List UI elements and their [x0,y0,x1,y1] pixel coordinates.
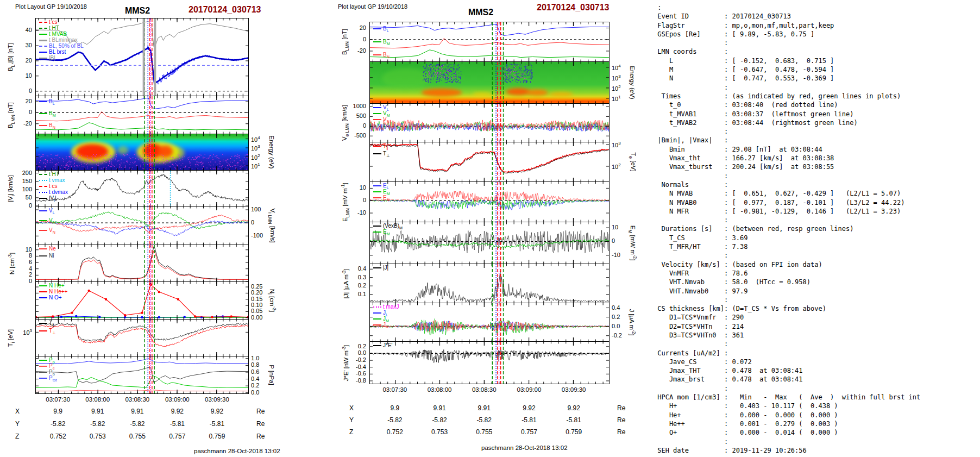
legend-entry: T⊥ [39,328,55,336]
panel-jdote [369,341,610,384]
y-tick-label: 0.25 [251,283,262,290]
y-tick-label: 0.2 [612,314,620,320]
table-row-label: Y [15,420,20,428]
y-tick-label: 0.6 [251,368,259,375]
y-tick-label: 0.10 [251,302,262,308]
axis-label: Energy (eV) [268,135,275,168]
legend-entry: |J| [373,265,388,271]
legend-entry: VM [39,218,56,226]
y-tick-label: 103 [612,141,621,148]
axis-label: |Vi| [km/s] [7,175,15,202]
legend-entry: VN [373,117,390,124]
event-id-middle: 20170124_030713 [537,3,609,12]
table-cell: 0.753 [418,428,461,436]
table-cell: -5.82 [116,420,159,428]
x-tick-label: 03:08:30 [116,396,159,403]
panel-b-lmn [35,96,249,134]
table-cell: 9.91 [418,404,461,412]
y-tick-label: 100 [251,206,261,212]
y-tick-label: 1.0 [251,355,259,361]
y-tick-label: 101 [251,162,260,170]
y-tick-label: 104 [251,135,260,143]
table-cell: -5.82 [373,416,417,424]
panel-electron-spectrogram [369,61,610,104]
table-cell: -5.81 [195,420,238,428]
panel-e-lmn [369,181,610,222]
x-tick-label: 03:09:00 [507,386,551,393]
table-cell: 9.92 [155,408,199,415]
footer-left: paschmann 28-Oct-2018 13:02 [194,448,280,454]
y-tick-label: 0.4 [251,375,259,382]
table-cell: 0.755 [116,433,159,440]
y-tick-label: 0 [612,237,615,244]
table-cell: 9.92 [507,404,551,412]
y-tick-label: 104 [612,64,621,71]
axis-label: BL,|B| [nT] [7,43,15,71]
legend-entry: T∥ [39,321,54,328]
table-cell: 9.9 [36,408,80,415]
panel-b-total [35,18,249,96]
table-row-label: X [15,408,20,415]
legend-entry: T∥ [373,143,388,151]
y-tick-label: 0.20 [251,289,262,296]
panel-pressure [35,356,249,394]
axis-label: Te [eV] [628,152,636,171]
legend-entry: J*E' [373,343,392,348]
x-tick-label: 03:09:00 [155,396,199,403]
legend-entry: BL [39,99,55,107]
x-tick-label: 03:08:00 [418,386,461,393]
table-cell: 0.752 [36,433,80,440]
info-text: : Event ID : 20170124_030713 FlagStr : m… [654,3,920,457]
axis-label: J [µA m-2] [629,309,636,335]
table-cell: -5.81 [155,420,199,428]
y-tick-label: 0.2 [251,382,259,389]
table-unit: Re [256,408,265,415]
axis-label: P [nPa] [268,365,275,385]
table-row-label: Z [15,433,19,440]
legend-entry: BN [373,52,390,60]
table-cell: -5.82 [76,420,120,428]
table-cell: -5.82 [418,416,461,424]
panel-vi-lmn [35,206,249,245]
legend-entry: VL [39,208,55,216]
y-tick-label: 0 [7,87,32,94]
table-cell: 9.92 [552,404,595,412]
y-tick-label: 0.8 [251,361,259,368]
panel-em [369,222,610,264]
y-tick-label: 0.00 [251,314,262,321]
y-tick-label: 10 [612,224,618,230]
event-id-left: 20170124_030713 [189,5,261,15]
axis-label: Ti [eV] [7,329,15,347]
table-cell: 9.91 [76,408,120,415]
axis-label: J*E' [nW m-3] [342,345,349,381]
axis-label: Energy (eV) [629,66,636,99]
table-cell: -5.82 [462,416,506,424]
plot-layout-label-middle: Plot layout GP 19/10/2018 [338,3,407,10]
y-tick-label: 10 [7,246,32,253]
y-tick-label: 102 [612,84,621,92]
table-cell: -5.82 [36,420,80,428]
axis-label: BLMN [nT] [341,29,349,55]
y-tick-label: 103 [251,144,260,152]
y-tick-label: 0.0 [612,323,620,329]
table-cell: 0.759 [552,428,595,436]
legend-entry: t HT [39,26,59,31]
y-tick-label: 0 [7,278,32,284]
table-unit: Re [617,428,625,436]
legend-entry: BM [39,111,56,118]
panel-ve-lmn [369,103,610,142]
y-tick-label: 0.05 [251,308,262,314]
x-tick-label: 03:08:00 [76,396,120,403]
legend-entry: BL [373,26,389,34]
legend-entry: N O+ [39,295,62,301]
panel-te [369,142,610,182]
info-panel: : Event ID : 20170124_030713 FlagStr : m… [654,3,920,457]
panel-j-magnitude [369,264,610,303]
axis-label: Ve LMN [km/s] [341,105,349,141]
table-cell: 0.757 [507,428,551,436]
panel-density [35,245,249,282]
table-cell: 9.92 [195,408,238,415]
table-unit: Re [617,416,625,424]
table-cell: -5.81 [507,416,551,424]
legend-entry: |Vi| [39,196,56,203]
